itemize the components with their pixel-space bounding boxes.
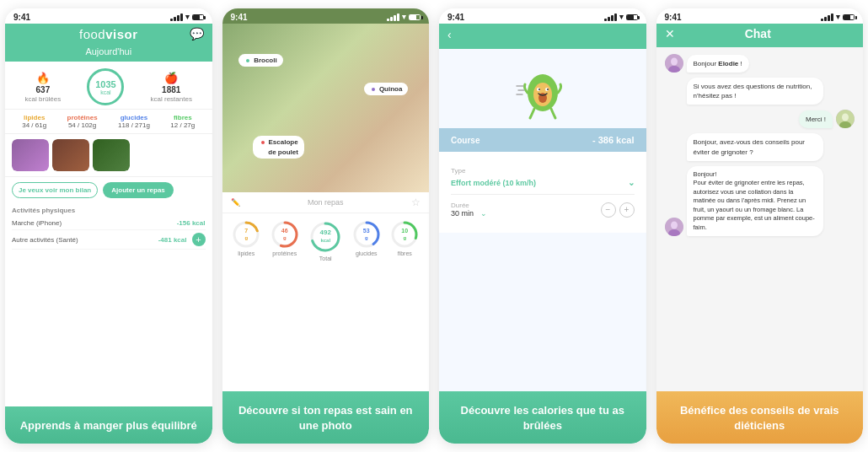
- status-icons-2: ▾: [387, 13, 421, 21]
- battery-icon: [192, 14, 204, 20]
- msg-bubble-5: Bonjour!Pour éviter de grignoter entre l…: [687, 166, 823, 237]
- activities-section: Activités physiques Marche (iPhone) -156…: [5, 203, 212, 253]
- msg-bubble-2: Si vous avez des questions de nutrition,…: [687, 78, 823, 105]
- time-1: 9:41: [13, 13, 30, 22]
- wifi-icon-3: ▾: [619, 13, 624, 21]
- app-header-1: foodvisor 💬: [5, 24, 212, 46]
- wifi-icon: ▾: [185, 13, 190, 21]
- msg-5: Bonjour!Pour éviter de grignoter entre l…: [665, 166, 855, 237]
- status-bar-2: 9:41 ▾: [222, 8, 430, 24]
- cal-circle: 1035 kcal: [87, 68, 124, 105]
- phone1: 9:41 ▾ foodvisor 💬 Aujourd'hui 🔥 637 kca: [5, 8, 212, 444]
- activity-row-2: Autre activités (Santé) -481 kcal +: [12, 230, 206, 250]
- svg-point-24: [842, 114, 849, 121]
- status-bar-3: 9:41 ▾: [439, 8, 646, 24]
- signal-icon-4: [821, 13, 833, 21]
- food-img-2: [52, 139, 89, 171]
- macro-circle-fibres: 10g fibres: [390, 220, 419, 261]
- signal-icon-3: [604, 13, 617, 21]
- pencil-icon: ✏️: [231, 198, 240, 207]
- battery-icon-4: [843, 14, 855, 20]
- apple-icon: 🍎: [164, 72, 178, 84]
- phone3-body: Course - 386 kcal Type Effort modéré (10…: [439, 49, 646, 391]
- svg-point-21: [671, 58, 678, 66]
- signal-icon: [170, 13, 183, 21]
- signal-icon-2: [387, 13, 399, 21]
- avocado-illustration: [513, 62, 572, 121]
- msg-3: Merci !: [665, 110, 855, 128]
- status-bar-1: 9:41 ▾: [5, 8, 212, 24]
- exercise-details: Type Effort modéré (10 km/h) ⌄ Durée 30 …: [439, 152, 646, 233]
- avatar-user: [836, 110, 855, 128]
- chat-body: Bonjour Elodie ! Si vous avez des questi…: [656, 47, 864, 391]
- course-bar: Course - 386 kcal: [439, 128, 646, 152]
- broccoli-label: Brocoli: [238, 54, 283, 67]
- btn-row: Je veux voir mon bilan Ajouter un repas: [5, 177, 212, 203]
- msg-4: Bonjour, avez-vous des conseils pour évi…: [665, 133, 855, 160]
- svg-point-27: [671, 222, 678, 229]
- phone1-body: 🔥 637 kcal brûlées 1035 kcal 🍎 1881 kcal…: [5, 62, 212, 406]
- phone4-footer: Bénéfice des conseils de vrais diéticien…: [656, 391, 864, 444]
- today-label: Aujourd'hui: [5, 46, 212, 62]
- phone2-footer: Découvre si ton repas est sain en une ph…: [222, 391, 430, 444]
- time-3: 9:41: [447, 13, 464, 22]
- phone2: 9:41 ▾ Brocoli: [222, 8, 430, 444]
- msg-1: Bonjour Elodie !: [665, 54, 855, 73]
- status-icons-4: ▾: [821, 13, 855, 21]
- activity-row-1: Marche (iPhone) -156 kcal: [12, 217, 206, 230]
- chevron-icon: ⌄: [628, 178, 635, 187]
- battery-icon-2: [409, 14, 421, 20]
- calories-row: 🔥 637 kcal brûlées 1035 kcal 🍎 1881 kcal…: [5, 62, 212, 110]
- msg-bubble-4: Bonjour, avez-vous des conseils pour évi…: [687, 133, 823, 160]
- back-button[interactable]: ‹: [447, 28, 452, 41]
- food-img-3: [93, 139, 130, 171]
- chicken-label: Escalope de poulet: [253, 136, 304, 159]
- wifi-icon-4: ▾: [836, 13, 840, 21]
- macro-proteines: protéines 54 / 102g: [67, 114, 98, 129]
- increase-button[interactable]: +: [619, 202, 635, 218]
- time-2: 9:41: [231, 13, 248, 22]
- macro-lipides: lipides 34 / 61g: [22, 114, 46, 129]
- phone4: 9:41 ▾ ✕ Chat: [656, 8, 864, 444]
- fire-icon: 🔥: [36, 72, 50, 84]
- svg-point-15: [538, 89, 540, 90]
- food-img-1: [12, 139, 49, 171]
- battery-icon-3: [626, 14, 638, 20]
- macros-row: lipides 34 / 61g protéines 54 / 102g glu…: [5, 110, 212, 134]
- duration-row: Durée 30 min ⌄ − +: [451, 195, 635, 224]
- macro-circle-total: 492kcal Total: [308, 220, 342, 261]
- phone3: 9:41 ▾ ‹: [439, 8, 646, 444]
- food-images: [5, 134, 212, 177]
- chat-header: ✕ Chat: [656, 24, 864, 47]
- wifi-icon-2: ▾: [402, 13, 406, 21]
- macro-fibres: fibres 12 / 27g: [170, 114, 195, 129]
- avocado-section: [439, 49, 646, 128]
- phone3-footer: Découvre les calories que tu as brûlées: [439, 391, 646, 444]
- cal-remaining: 🍎 1881 kcal restantes: [151, 72, 192, 103]
- macros-circles: 7g lipides 46g protéines: [222, 213, 430, 266]
- time-4: 9:41: [665, 13, 682, 22]
- chat-title: Chat: [675, 27, 842, 40]
- add-meal-button[interactable]: Ajouter un repas: [103, 182, 174, 198]
- bilan-button[interactable]: Je veux voir mon bilan: [12, 182, 98, 198]
- msg-bubble-3: Merci !: [799, 110, 833, 128]
- macro-circle-glucides: 53g glucides: [352, 220, 381, 261]
- chat-button[interactable]: 💬: [190, 27, 204, 40]
- stepper: − +: [601, 202, 635, 218]
- avatar-dietician: [665, 54, 683, 73]
- star-icon: ☆: [411, 196, 421, 208]
- add-activity-button[interactable]: +: [192, 233, 206, 246]
- decrease-button[interactable]: −: [601, 202, 616, 218]
- header3: ‹: [439, 24, 646, 49]
- status-bar-4: 9:41 ▾: [656, 8, 864, 24]
- status-icons-3: ▾: [604, 13, 638, 21]
- mon-repas-bar: ✏️ Mon repas ☆: [222, 192, 430, 213]
- avatar-dietician-2: [665, 218, 683, 236]
- food-photo: Brocoli Quinoa Escalope de poulet: [222, 24, 430, 192]
- phone1-footer: Apprends à manger plus équilibré: [5, 406, 212, 444]
- macro-circle-proteines: 46g protéines: [271, 220, 299, 261]
- cal-burned: 🔥 637 kcal brûlées: [25, 72, 62, 103]
- chevron-duration-icon: ⌄: [480, 209, 487, 218]
- msg-2: Si vous avez des questions de nutrition,…: [665, 78, 855, 105]
- close-button[interactable]: ✕: [665, 27, 675, 40]
